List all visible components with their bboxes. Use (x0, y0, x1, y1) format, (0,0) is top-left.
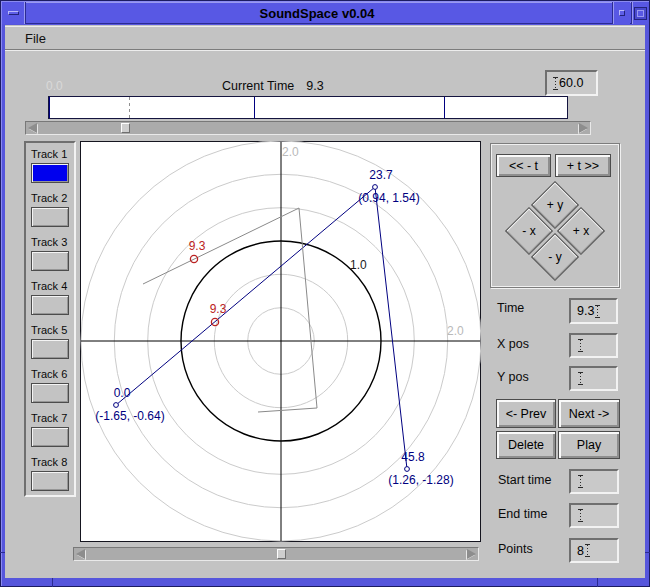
end-time-input[interactable] (569, 503, 619, 528)
duration-value: 60.0 (559, 76, 583, 90)
time-field-label: Time (497, 301, 524, 315)
position-plot[interactable]: 2.01.02.00.0(-1.65, -0.64)23.7(0.94, 1.5… (80, 141, 481, 542)
track-select-button-7[interactable] (31, 427, 69, 447)
track-point-marker[interactable] (405, 467, 410, 472)
plot-scrollbar[interactable] (73, 547, 479, 561)
track-point-marker[interactable] (373, 185, 378, 190)
time-input-value: 9.3 (577, 304, 594, 318)
track-item-6: Track 6 (26, 367, 74, 411)
timeline-scrollbar[interactable] (25, 121, 591, 135)
track-label: Track 6 (31, 367, 74, 381)
track-item-5: Track 5 (26, 323, 74, 367)
duration-input[interactable]: 60.0 (545, 70, 598, 96)
track-select-button-5[interactable] (31, 339, 69, 359)
track-item-3: Track 3 (26, 235, 74, 279)
track-select-button-6[interactable] (31, 383, 69, 403)
start-time-field-label: Start time (498, 473, 552, 487)
track-panel: Track 1Track 2Track 3Track 4Track 5Track… (24, 141, 76, 497)
text-cursor (578, 372, 583, 385)
text-cursor (595, 305, 600, 318)
timeline-point-tick (444, 97, 445, 118)
window-title: SoundSpace v0.04 (28, 2, 606, 24)
current-time-readout: Current Time 9.3 (222, 79, 324, 93)
time-plus-button[interactable]: + t >> (555, 154, 611, 177)
ypos-field-label: Y pos (497, 370, 529, 384)
timeline-point-tick (49, 97, 50, 118)
frame-notch (597, 578, 598, 587)
iconify-icon (619, 10, 625, 16)
menu-bar: File (5, 26, 645, 50)
timeline-current-time-tick[interactable] (129, 97, 130, 118)
y-minus-label: - y (539, 241, 571, 273)
title-bar: SoundSpace v0.04 (2, 2, 648, 24)
track-select-button-3[interactable] (31, 251, 69, 271)
track-point-marker[interactable] (114, 403, 119, 408)
text-cursor (553, 77, 558, 90)
track-item-2: Track 2 (26, 191, 74, 235)
frame-notch (52, 578, 53, 587)
prev-button[interactable]: <- Prev (496, 399, 556, 428)
track-item-4: Track 4 (26, 279, 74, 323)
track-select-button-8[interactable] (31, 471, 69, 491)
track-select-button-2[interactable] (31, 207, 69, 227)
track-label: Track 4 (31, 279, 74, 293)
scroll-right-arrow-icon[interactable] (467, 549, 476, 559)
current-time-value: 9.3 (306, 79, 323, 93)
current-time-label: Current Time (222, 79, 294, 93)
app-window: SoundSpace v0.04 File 0.0 Current Time 9… (0, 0, 650, 587)
scroll-right-arrow-icon[interactable] (579, 123, 588, 133)
track-label: Track 2 (31, 191, 74, 205)
plot-canvas[interactable] (80, 141, 481, 542)
time-input[interactable]: 9.3 (569, 298, 618, 324)
text-cursor (578, 509, 583, 522)
text-cursor (585, 544, 590, 557)
timeline-point-tick (254, 97, 255, 118)
track-item-1: Track 1 (26, 147, 74, 191)
window-menu-button[interactable] (2, 2, 26, 24)
timeline-bar[interactable] (48, 96, 568, 119)
text-cursor (578, 339, 583, 352)
points-field-label: Points (498, 542, 533, 556)
time-minus-button[interactable]: << - t (496, 154, 551, 177)
track-item-7: Track 7 (26, 411, 74, 455)
track-item-8: Track 8 (26, 455, 74, 499)
track-label: Track 7 (31, 411, 74, 425)
timeline-start-label: 0.0 (46, 79, 63, 93)
track-label: Track 3 (31, 235, 74, 249)
scroll-left-arrow-icon[interactable] (28, 123, 37, 133)
track-select-button-4[interactable] (31, 295, 69, 315)
xpos-input[interactable] (569, 333, 618, 358)
points-input-value: 8 (577, 544, 584, 558)
text-cursor (578, 475, 583, 488)
xpos-field-label: X pos (497, 337, 529, 351)
menu-file[interactable]: File (19, 29, 52, 48)
track-label: Track 5 (31, 323, 74, 337)
track-label: Track 8 (31, 455, 74, 469)
track-select-button-1[interactable] (31, 163, 69, 183)
frame-notch (645, 552, 650, 553)
points-input[interactable]: 8 (569, 538, 619, 563)
plot-scrollbar-thumb[interactable] (277, 549, 286, 559)
nudge-control-frame: << - t + t >> + y - x + x - y (490, 143, 620, 288)
start-time-input[interactable] (569, 469, 619, 494)
iconify-button[interactable] (612, 2, 630, 24)
delete-button[interactable]: Delete (496, 431, 556, 459)
maximize-button[interactable] (631, 2, 648, 24)
window-menu-icon (8, 11, 19, 15)
play-button[interactable]: Play (558, 431, 620, 459)
next-button[interactable]: Next -> (558, 399, 620, 428)
ypos-input[interactable] (569, 366, 618, 391)
end-time-field-label: End time (498, 507, 547, 521)
maximize-icon (635, 8, 646, 19)
timeline-scrollbar-thumb[interactable] (121, 123, 130, 133)
scroll-left-arrow-icon[interactable] (76, 549, 85, 559)
track-label: Track 1 (31, 147, 74, 161)
